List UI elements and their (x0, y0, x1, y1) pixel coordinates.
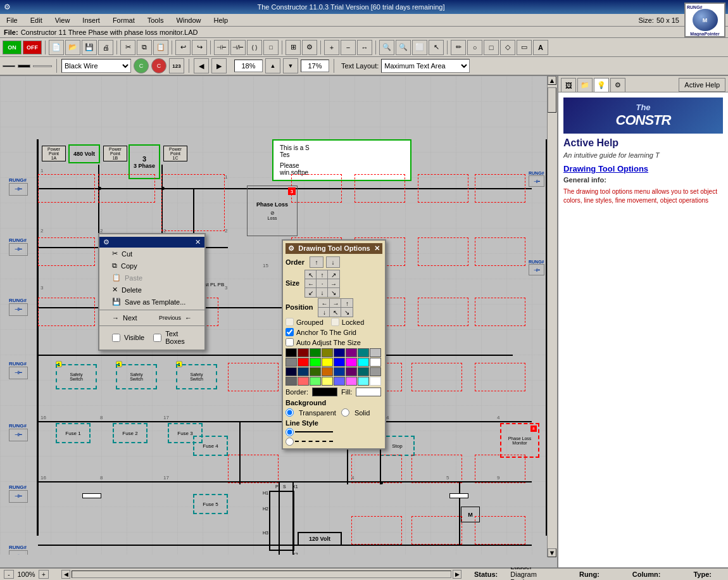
color-blue[interactable] (334, 358, 345, 367)
menu-insert[interactable]: Insert (78, 15, 104, 25)
grid-button[interactable]: ⊞ (286, 40, 301, 55)
color-lt7[interactable] (370, 377, 381, 386)
rtab-image[interactable]: 🖼 (561, 78, 576, 92)
rtab-help[interactable]: 💡 (594, 78, 609, 92)
zoom-out-button[interactable]: 🔍 (396, 40, 411, 55)
visible-checkbox[interactable] (112, 334, 120, 342)
canvas-area[interactable]: Power Point 1A 480 Volt Power Point 1B 3… (0, 76, 557, 567)
rtab-gear[interactable]: ⚙ (610, 78, 625, 92)
pos-ul[interactable]: ↖ (329, 307, 342, 317)
zoom-stepper-minus[interactable]: - (4, 570, 14, 579)
fill-swatch[interactable] (356, 388, 381, 396)
order-back-btn[interactable]: ↓ (326, 256, 340, 268)
col-add-button[interactable]: ↔ (357, 40, 372, 55)
print-button[interactable]: 🖨 (98, 40, 113, 55)
scroll-thumb[interactable] (548, 87, 556, 113)
ctx-delete[interactable]: ✕ Delete (99, 284, 204, 296)
line-thickness-thick[interactable] (18, 65, 30, 68)
menu-view[interactable]: View (51, 15, 74, 25)
anchor-checkbox[interactable] (286, 328, 294, 336)
drawing-panel-close[interactable]: ✕ (374, 244, 380, 253)
order-front-btn[interactable]: ↑ (310, 256, 323, 268)
locked-checkbox[interactable] (331, 318, 339, 326)
shape-circle-button[interactable]: ○ (467, 40, 482, 55)
color-lt3[interactable] (322, 377, 333, 386)
paste-button[interactable]: 📋 (153, 40, 168, 55)
undo-button[interactable]: ↩ (175, 40, 191, 55)
textboxes-checkbox[interactable] (153, 334, 161, 342)
color-lime[interactable] (310, 358, 321, 367)
line-style-dashed[interactable] (33, 65, 52, 67)
color-navy[interactable] (334, 348, 345, 357)
rtab-folder[interactable]: 📁 (577, 78, 593, 92)
color-green[interactable] (310, 348, 321, 357)
pencil-button[interactable]: ✏ (451, 40, 466, 55)
color-dk3[interactable] (310, 367, 321, 376)
save-button[interactable]: 💾 (82, 40, 97, 55)
cut-button[interactable]: ✂ (120, 40, 135, 55)
color-dk1[interactable] (286, 367, 297, 376)
ctx-next[interactable]: → Next Previous ← (99, 312, 204, 324)
color-gray[interactable] (286, 358, 297, 367)
color-dk5[interactable] (334, 367, 345, 376)
ctx-visible[interactable]: Visible Text Boxes (99, 328, 204, 347)
shape-diamond-button[interactable]: ◇ (500, 40, 515, 55)
scroll-left-btn[interactable]: ◀ (61, 570, 70, 579)
contact-no-button[interactable]: ⊣⊢ (214, 40, 229, 55)
ctx-copy[interactable]: ⧉ Copy (99, 260, 204, 272)
scroll-up-btn[interactable]: ▲ (548, 76, 556, 85)
ctx-save-template[interactable]: 💾 Save as Template... (99, 296, 204, 308)
color-lt5[interactable] (346, 377, 357, 386)
color-white[interactable] (370, 358, 381, 367)
size-bl[interactable]: ↙ (304, 287, 317, 298)
transparent-radio[interactable] (286, 408, 294, 417)
ctx-cut[interactable]: ✂ Cut (99, 248, 204, 260)
color-md1[interactable] (286, 377, 297, 386)
off-button[interactable]: OFF (23, 41, 42, 54)
right-btn[interactable]: ▶ (211, 58, 227, 73)
box-button[interactable]: □ (263, 40, 279, 55)
scroll-bar-h[interactable] (72, 571, 451, 578)
wire-circle-btn2[interactable]: C (151, 58, 166, 73)
color-silver[interactable] (370, 348, 381, 357)
zoom-down-btn[interactable]: ▼ (283, 58, 298, 73)
grouped-checkbox[interactable] (286, 318, 294, 326)
color-lt2[interactable] (310, 377, 321, 386)
shape-rounded-button[interactable]: ▭ (517, 40, 532, 55)
border-swatch[interactable] (312, 388, 337, 396)
color-lt4[interactable] (334, 377, 345, 386)
solid-radio[interactable] (341, 408, 349, 417)
color-aqua[interactable] (358, 358, 369, 367)
pos-dr[interactable]: ↘ (341, 307, 353, 317)
menu-format[interactable]: Format (109, 15, 139, 25)
rung-add-button[interactable]: + (324, 40, 339, 55)
color-fuchsia[interactable] (346, 358, 357, 367)
auto-adjust-checkbox[interactable] (286, 338, 294, 346)
menu-edit[interactable]: Edit (27, 15, 46, 25)
ls-radio-1[interactable] (286, 428, 294, 436)
zoom-stepper-plus[interactable]: + (39, 570, 49, 579)
color-lt6[interactable] (358, 377, 369, 386)
zoom-up-btn[interactable]: ▲ (265, 58, 280, 73)
size-input[interactable]: 17% (301, 60, 329, 72)
menu-window[interactable]: Window (172, 15, 204, 25)
active-help-tab[interactable]: Active Help (679, 78, 725, 92)
ls-radio-2[interactable] (286, 438, 294, 446)
color-dk8[interactable] (370, 367, 381, 376)
color-teal[interactable] (358, 348, 369, 357)
open-button[interactable]: 📂 (65, 40, 80, 55)
menu-help[interactable]: Help (210, 15, 232, 25)
zoom-input[interactable]: 18% (234, 60, 263, 72)
scroll-right-btn[interactable]: ▶ (453, 570, 461, 579)
color-olive[interactable] (322, 348, 333, 357)
color-dk6[interactable] (346, 367, 357, 376)
copy-button[interactable]: ⧉ (137, 40, 152, 55)
color-purple[interactable] (346, 348, 357, 357)
contact-nc-button[interactable]: ⊣/⊢ (230, 40, 246, 55)
pos-d[interactable]: ↓ (318, 307, 330, 317)
vertical-scrollbar[interactable]: ▲ ▼ (547, 76, 557, 557)
menu-file[interactable]: File (3, 15, 22, 25)
text-button[interactable]: A (533, 40, 548, 55)
settings-button[interactable]: ⚙ (302, 40, 317, 55)
wire-color-select[interactable]: Black Wire (61, 59, 131, 73)
